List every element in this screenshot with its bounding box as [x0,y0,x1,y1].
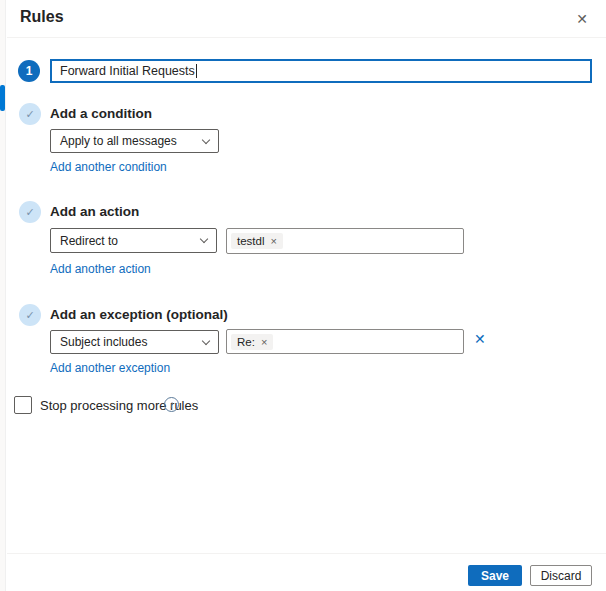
discard-button[interactable]: Discard [530,565,592,586]
action-dropdown[interactable]: Redirect to [50,228,217,253]
text-caret [196,64,197,78]
condition-dropdown-value: Apply to all messages [60,134,177,148]
exception-check-icon: ✓ [19,304,41,326]
action-dropdown-value: Redirect to [60,234,118,248]
info-icon[interactable]: i [164,397,179,412]
condition-check-icon: ✓ [19,103,41,125]
recipient-chip: testdl × [231,233,283,249]
save-button[interactable]: Save [468,565,522,586]
nav-selection-indicator [0,85,5,111]
action-check-icon: ✓ [19,201,41,223]
rules-panel: Rules ✕ 1 Forward Initial Requests ✓ Add… [0,0,606,591]
rule-name-input[interactable]: Forward Initial Requests [50,59,592,83]
footer-divider [7,553,606,554]
add-another-action-link[interactable]: Add another action [50,262,151,276]
header-divider [7,37,606,38]
exception-dropdown-value: Subject includes [60,335,147,349]
chip-remove-icon[interactable]: × [261,336,267,348]
close-icon[interactable]: ✕ [570,7,594,31]
recipient-chip-label: testdl [237,235,265,247]
rule-name-value: Forward Initial Requests [60,64,195,78]
action-recipient-input[interactable]: testdl × [226,228,464,254]
exception-value-input[interactable]: Re: × [226,329,464,354]
add-another-condition-link[interactable]: Add another condition [50,160,167,174]
page-title: Rules [20,8,64,26]
chevron-down-icon [202,336,210,344]
condition-heading: Add a condition [50,106,152,121]
exception-chip: Re: × [231,334,273,350]
add-another-exception-link[interactable]: Add another exception [50,361,170,375]
exception-dropdown[interactable]: Subject includes [50,330,219,354]
stop-processing-checkbox[interactable] [14,396,32,414]
action-heading: Add an action [50,204,139,219]
chip-remove-icon[interactable]: × [271,235,277,247]
condition-dropdown[interactable]: Apply to all messages [50,129,219,153]
exception-heading: Add an exception (optional) [50,307,228,322]
remove-exception-icon[interactable]: ✕ [474,331,486,347]
exception-chip-label: Re: [237,336,255,348]
chevron-down-icon [200,235,208,243]
chevron-down-icon [202,135,210,143]
step-number-badge: 1 [18,60,40,82]
